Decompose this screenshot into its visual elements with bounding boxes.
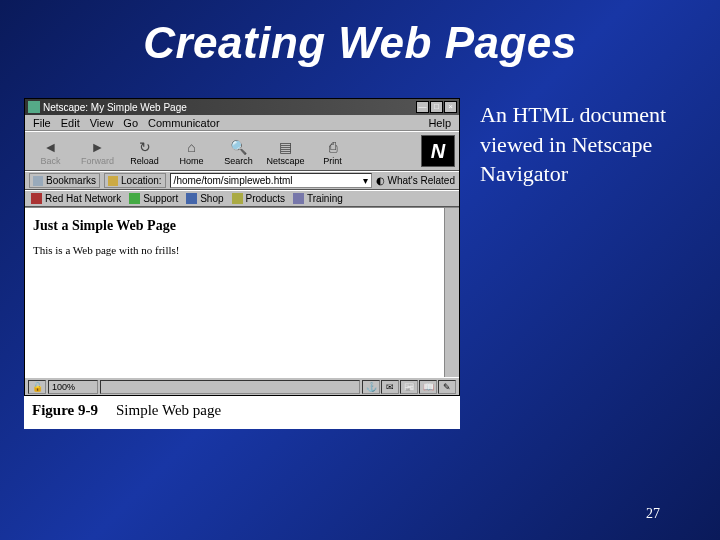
titlebar: Netscape: My Simple Web Page — □ × [25, 99, 459, 115]
location-dropdown-icon[interactable]: ▾ [363, 174, 368, 188]
news-icon[interactable]: 📰 [400, 380, 418, 394]
related-label: What's Related [388, 175, 456, 186]
training-icon [293, 193, 304, 204]
page-body-text: This is a Web page with no frills! [33, 244, 451, 256]
menu-communicator[interactable]: Communicator [144, 117, 224, 129]
reload-button[interactable]: ↻ Reload [121, 135, 168, 168]
back-label: Back [40, 156, 60, 166]
location-label-button[interactable]: Location: [104, 173, 166, 188]
home-button[interactable]: ⌂ Home [168, 135, 215, 168]
menu-view[interactable]: View [86, 117, 118, 129]
ptb-products-label: Products [246, 193, 285, 204]
search-label: Search [224, 156, 253, 166]
location-input[interactable]: /home/tom/simpleweb.html ▾ [170, 173, 372, 188]
location-bar: Bookmarks Location: /home/tom/simpleweb.… [25, 171, 459, 190]
browser-figure: Netscape: My Simple Web Page — □ × File … [24, 98, 460, 429]
status-lock-icon: 🔓 [28, 380, 46, 394]
home-icon: ⌂ [181, 138, 203, 156]
products-icon [232, 193, 243, 204]
shop-icon [186, 193, 197, 204]
mail-icon[interactable]: ✉ [381, 380, 399, 394]
support-icon [129, 193, 140, 204]
app-icon [28, 101, 40, 113]
window-title: Netscape: My Simple Web Page [43, 102, 415, 113]
slide-title: Creating Web Pages [0, 0, 720, 76]
back-button[interactable]: ◄ Back [27, 135, 74, 168]
netscape-my-icon: ▤ [275, 138, 297, 156]
ptb-support-label: Support [143, 193, 178, 204]
forward-label: Forward [81, 156, 114, 166]
menubar: File Edit View Go Communicator Help [25, 115, 459, 131]
composer-icon[interactable]: ✎ [438, 380, 456, 394]
redhat-icon [31, 193, 42, 204]
page-number: 27 [646, 506, 660, 522]
menu-help[interactable]: Help [424, 117, 455, 129]
bookmarks-icon [33, 176, 43, 186]
netscape-button[interactable]: ▤ Netscape [262, 135, 309, 168]
print-button[interactable]: ⎙ Print [309, 135, 356, 168]
figure-caption: Figure 9-9 Simple Web page [24, 396, 460, 429]
status-message [100, 380, 360, 394]
component-bar: ⚓ ✉ 📰 📖 ✎ [362, 380, 456, 394]
side-caption: An HTML document viewed in Netscape Navi… [480, 98, 690, 429]
netscape-window: Netscape: My Simple Web Page — □ × File … [24, 98, 460, 396]
ptb-shop[interactable]: Shop [186, 193, 223, 204]
search-icon: 🔍 [228, 138, 250, 156]
forward-arrow-icon: ► [87, 138, 109, 156]
personal-toolbar: Red Hat Network Support Shop Products Tr… [25, 190, 459, 207]
maximize-button[interactable]: □ [430, 101, 443, 113]
ptb-redhat[interactable]: Red Hat Network [31, 193, 121, 204]
home-label: Home [179, 156, 203, 166]
reload-label: Reload [130, 156, 159, 166]
zoom-level: 100% [48, 380, 98, 394]
ptb-shop-label: Shop [200, 193, 223, 204]
menu-file[interactable]: File [29, 117, 55, 129]
print-label: Print [323, 156, 342, 166]
toolbar: ◄ Back ► Forward ↻ Reload ⌂ Home [25, 131, 459, 171]
page-heading: Just a Simple Web Page [33, 218, 451, 234]
related-icon: ◐ [376, 175, 385, 186]
bookmarks-button[interactable]: Bookmarks [29, 173, 100, 188]
netscape-label: Netscape [266, 156, 304, 166]
status-bar: 🔓 100% ⚓ ✉ 📰 📖 ✎ [25, 377, 459, 395]
navigator-icon[interactable]: ⚓ [362, 380, 380, 394]
reload-icon: ↻ [134, 138, 156, 156]
search-button[interactable]: 🔍 Search [215, 135, 262, 168]
back-arrow-icon: ◄ [40, 138, 62, 156]
minimize-button[interactable]: — [416, 101, 429, 113]
location-label: Location: [121, 175, 162, 186]
bookmarks-label: Bookmarks [46, 175, 96, 186]
forward-button[interactable]: ► Forward [74, 135, 121, 168]
ptb-redhat-label: Red Hat Network [45, 193, 121, 204]
vertical-scrollbar[interactable] [444, 208, 459, 377]
ptb-training[interactable]: Training [293, 193, 343, 204]
ptb-support[interactable]: Support [129, 193, 178, 204]
ptb-products[interactable]: Products [232, 193, 285, 204]
ptb-training-label: Training [307, 193, 343, 204]
whats-related-button[interactable]: ◐ What's Related [376, 175, 456, 186]
figure-label: Figure 9-9 [32, 402, 98, 419]
content-area: Just a Simple Web Page This is a Web pag… [25, 207, 459, 377]
location-icon [108, 176, 118, 186]
close-button[interactable]: × [444, 101, 457, 113]
print-icon: ⎙ [322, 138, 344, 156]
location-value: /home/tom/simpleweb.html [174, 174, 293, 188]
addressbook-icon[interactable]: 📖 [419, 380, 437, 394]
netscape-logo: N [421, 135, 455, 167]
figure-caption-text: Simple Web page [116, 402, 221, 419]
menu-edit[interactable]: Edit [57, 117, 84, 129]
menu-go[interactable]: Go [119, 117, 142, 129]
